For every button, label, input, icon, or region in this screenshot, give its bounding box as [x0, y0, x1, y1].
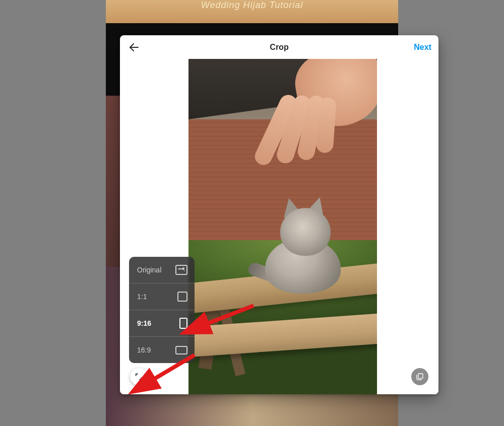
aspect-option-original[interactable]: Original: [129, 257, 195, 283]
portrait-rect-icon: [179, 318, 187, 329]
background-banner-text: Wedding Hijab Tutorial: [106, 0, 398, 10]
image-preview[interactable]: [188, 59, 377, 394]
stack-icon: [416, 373, 424, 381]
next-button[interactable]: Next: [414, 35, 431, 59]
crop-stage: Original 1:1 9:16 16:9: [120, 59, 438, 394]
aspect-option-label: 9:16: [137, 319, 151, 327]
aspect-option-label: 1:1: [137, 293, 147, 301]
aspect-option-label: Original: [137, 266, 161, 274]
select-multiple-button[interactable]: [411, 368, 428, 385]
aspect-option-9-16[interactable]: 9:16: [129, 310, 195, 336]
page-title: Crop: [270, 43, 288, 52]
svg-rect-1: [418, 374, 423, 378]
back-arrow-icon: [128, 41, 140, 53]
image-icon: [175, 265, 187, 275]
aspect-option-label: 16:9: [137, 346, 151, 354]
aspect-ratio-menu: Original 1:1 9:16 16:9: [129, 257, 195, 363]
expand-crop-button[interactable]: [130, 368, 147, 385]
expand-icon: [135, 373, 143, 381]
scene-kitten: [253, 193, 348, 294]
crop-dialog: Crop Next: [120, 35, 438, 394]
back-button[interactable]: [124, 35, 144, 59]
landscape-rect-icon: [175, 346, 187, 354]
header-bar: Crop Next: [120, 35, 438, 59]
scene-hand: [245, 59, 377, 195]
aspect-option-16-9[interactable]: 16:9: [129, 336, 195, 363]
square-icon: [177, 292, 187, 302]
background-video-banner: Wedding Hijab Tutorial: [106, 0, 398, 23]
aspect-option-1-1[interactable]: 1:1: [129, 283, 195, 310]
